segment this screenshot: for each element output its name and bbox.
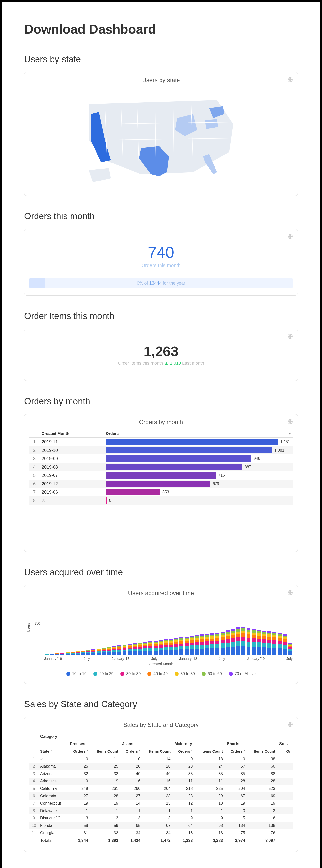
globe-icon[interactable] [287, 590, 293, 596]
users-acquired-chart[interactable]: 0 250 [44, 601, 293, 655]
category-header[interactable]: Dresses [68, 740, 120, 748]
stacked-bar[interactable] [71, 652, 75, 655]
bar[interactable] [106, 464, 242, 470]
table-row[interactable]: 32019-09946 [29, 455, 293, 463]
table-row[interactable]: 11Georgia3132343413137576 [29, 829, 293, 837]
col-state[interactable]: State˄ [38, 748, 68, 755]
legend-item[interactable]: 70 or Above [229, 672, 256, 676]
stacked-bar[interactable] [180, 638, 184, 655]
col-orders[interactable]: Orders˅ [120, 748, 142, 755]
sort-asc-icon[interactable]: ˄ [50, 750, 52, 753]
category-header[interactable]: Shorts [225, 740, 277, 748]
stacked-bar[interactable] [247, 628, 251, 655]
stacked-bar[interactable] [128, 644, 132, 655]
stacked-bar[interactable] [50, 654, 54, 655]
stacked-bar[interactable] [283, 634, 287, 655]
stacked-bar[interactable] [92, 649, 95, 655]
col-items-count[interactable]: Items Count [195, 748, 225, 755]
stacked-bar[interactable] [154, 641, 158, 655]
globe-icon[interactable] [287, 77, 293, 84]
col-items-count[interactable]: Items Count [90, 748, 120, 755]
stacked-bar[interactable] [123, 645, 127, 655]
col-more[interactable]: Or [277, 748, 293, 755]
stacked-bar[interactable] [272, 632, 277, 655]
stacked-bar[interactable] [107, 647, 111, 655]
stacked-bar[interactable] [45, 654, 49, 655]
stacked-bar[interactable] [231, 629, 235, 655]
table-row[interactable]: 62019-12679 [29, 479, 293, 488]
stacked-bar[interactable] [133, 643, 137, 655]
stacked-bar[interactable] [66, 652, 69, 655]
stacked-bar[interactable] [205, 634, 209, 655]
table-row[interactable]: 22019-101,081 [29, 446, 293, 455]
globe-icon[interactable] [287, 333, 293, 340]
sort-desc-icon[interactable]: ˅ [191, 750, 193, 753]
legend-item[interactable]: 20 to 29 [93, 672, 114, 676]
table-row[interactable]: 8Delaware11111133 [29, 807, 293, 814]
table-row[interactable]: 7Connecticut1919141512131919 [29, 800, 293, 807]
stacked-bar[interactable] [169, 639, 173, 655]
stacked-bar[interactable] [164, 640, 168, 655]
bar[interactable] [106, 439, 278, 445]
col-items-count[interactable]: Items Count [247, 748, 278, 755]
stacked-bar[interactable] [257, 629, 261, 655]
table-row[interactable]: 2Alabama2525202023245760 [29, 763, 293, 770]
stacked-bar[interactable] [210, 633, 214, 655]
stacked-bar[interactable] [138, 643, 142, 655]
sort-desc-icon[interactable]: ˅ [139, 750, 140, 753]
category-header[interactable]: Maternity [172, 740, 225, 748]
table-row[interactable]: 9District of C…33339956 [29, 814, 293, 822]
globe-icon[interactable] [287, 234, 293, 241]
legend-item[interactable]: 40 to 49 [148, 672, 168, 676]
stacked-bar[interactable] [81, 651, 85, 655]
stacked-bar[interactable] [174, 638, 178, 655]
table-row[interactable]: 42019-08887 [29, 463, 293, 471]
stacked-bar[interactable] [97, 649, 101, 655]
stacked-bar[interactable] [242, 627, 245, 655]
stacked-bar[interactable] [195, 635, 199, 655]
legend-item[interactable]: 50 to 59 [174, 672, 195, 676]
stacked-bar[interactable] [86, 650, 90, 655]
legend-item[interactable]: 10 to 19 [66, 672, 87, 676]
stacked-bar[interactable] [252, 628, 256, 655]
table-row[interactable]: 1⊘011014018038 [29, 755, 293, 763]
stacked-bar[interactable] [216, 632, 219, 655]
stacked-bar[interactable] [221, 631, 225, 655]
table-row[interactable]: 4Arkansas99161611112828 [29, 777, 293, 785]
category-header[interactable]: So… [277, 740, 293, 748]
stacked-bar[interactable] [267, 631, 271, 655]
stacked-bar[interactable] [185, 637, 189, 655]
col-orders[interactable]: Orders ▾ [103, 430, 293, 438]
stacked-bar[interactable] [143, 642, 147, 655]
stacked-bar[interactable] [55, 653, 59, 655]
stacked-bar[interactable] [159, 641, 163, 655]
globe-icon[interactable] [287, 419, 293, 426]
bar[interactable] [106, 447, 272, 454]
globe-icon[interactable] [287, 721, 293, 728]
bar[interactable] [106, 472, 216, 478]
stacked-bar[interactable] [262, 630, 266, 655]
category-header[interactable]: Jeans [120, 740, 172, 748]
us-map[interactable] [29, 88, 293, 188]
bar[interactable] [106, 456, 251, 462]
table-row[interactable]: 72019-06353 [29, 488, 293, 496]
table-row[interactable]: 5California249261260264218225504523 [29, 785, 293, 792]
stacked-bar[interactable] [112, 646, 116, 655]
sort-desc-icon[interactable]: ˅ [87, 750, 88, 753]
col-orders[interactable]: Orders˅ [172, 748, 195, 755]
table-row[interactable]: 10Florida585965676468134138 [29, 822, 293, 829]
stacked-bar[interactable] [76, 651, 80, 655]
col-orders[interactable]: Orders˅ [225, 748, 247, 755]
chevron-down-icon[interactable]: ▾ [289, 432, 291, 435]
bar[interactable] [106, 497, 107, 504]
table-row[interactable]: 6Colorado2728272828296769 [29, 792, 293, 800]
legend-item[interactable]: 60 to 69 [202, 672, 222, 676]
legend-item[interactable]: 30 to 39 [120, 672, 140, 676]
stacked-bar[interactable] [226, 630, 230, 655]
table-row[interactable]: 52019-07716 [29, 471, 293, 479]
table-row[interactable]: 8⊘0 [29, 496, 293, 505]
stacked-bar[interactable] [149, 641, 152, 655]
table-row[interactable]: 12019-111,151 [29, 438, 293, 446]
stacked-bar[interactable] [288, 643, 292, 655]
stacked-bar[interactable] [60, 653, 64, 655]
